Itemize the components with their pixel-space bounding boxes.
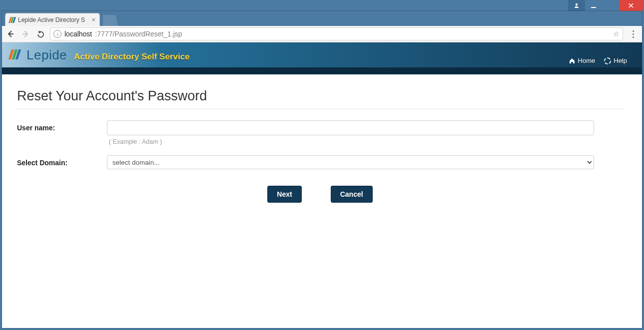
reload-button[interactable]	[36, 29, 45, 38]
domain-select[interactable]: select domain...	[107, 155, 594, 169]
dots-icon	[633, 30, 634, 32]
page-heading: Reset Your Account's Password	[17, 88, 623, 104]
brand-subtitle: Active Directory Self Service	[74, 52, 190, 62]
window-minimize-button[interactable]	[585, 0, 602, 11]
tab-favicon-icon	[9, 17, 15, 23]
url-host: localhost	[64, 30, 92, 38]
minimize-icon	[591, 2, 597, 8]
browser-menu-button[interactable]	[628, 30, 638, 38]
nav-help-link[interactable]: Help	[604, 57, 627, 64]
domain-label: Select Domain:	[17, 155, 107, 167]
url-path: :7777/PasswordReset_1.jsp	[95, 30, 182, 38]
tab-close-icon[interactable]: ×	[91, 16, 95, 23]
arrow-right-icon	[21, 29, 30, 38]
form-row-domain: Select Domain: select domain...	[17, 155, 623, 169]
username-label: User name:	[17, 120, 107, 132]
username-input[interactable]	[107, 120, 594, 135]
site-info-icon[interactable]: i	[53, 30, 61, 38]
nav-help-label: Help	[614, 57, 627, 64]
browser-toolbar: i localhost:7777/PasswordReset_1.jsp ☆	[2, 26, 642, 42]
forward-button[interactable]	[21, 29, 30, 38]
tab-title: Lepide Active Directory S	[18, 16, 88, 23]
nav-home-label: Home	[578, 57, 596, 64]
svg-rect-1	[591, 7, 596, 8]
window-titlebar	[0, 0, 644, 11]
next-button[interactable]: Next	[268, 186, 301, 202]
browser-tab[interactable]: Lepide Active Directory S ×	[5, 13, 100, 26]
home-icon	[569, 57, 576, 64]
cancel-button[interactable]: Cancel	[331, 186, 372, 202]
new-tab-button[interactable]	[103, 15, 118, 26]
browser-tabstrip: Lepide Active Directory S ×	[2, 11, 642, 26]
window-maximize-button[interactable]	[602, 0, 619, 11]
window-user-button[interactable]	[568, 0, 585, 11]
content: Reset Your Account's Password User name:…	[2, 74, 642, 202]
bookmark-star-icon[interactable]: ☆	[613, 29, 620, 38]
reload-icon	[36, 30, 45, 38]
arrow-left-icon	[6, 29, 15, 38]
brand: Lepide Active Directory Self Service	[10, 47, 190, 63]
user-icon	[574, 2, 580, 8]
username-hint: ( Example : Adam )	[107, 138, 623, 145]
brand-logo-icon	[10, 49, 19, 59]
app-header: Lepide Active Directory Self Service Hom…	[2, 42, 642, 67]
app-nav: Home Help	[569, 57, 627, 67]
browser-chrome: Lepide Active Directory S × i localhost:…	[2, 11, 642, 328]
close-icon	[628, 2, 634, 8]
page: Lepide Active Directory Self Service Hom…	[2, 42, 642, 328]
form-row-username: User name: ( Example : Adam )	[17, 120, 623, 145]
help-icon	[604, 57, 611, 64]
svg-point-0	[576, 3, 578, 5]
nav-home-link[interactable]: Home	[569, 57, 596, 64]
brand-name: Lepide	[26, 47, 67, 63]
back-button[interactable]	[6, 29, 15, 38]
window-close-button[interactable]	[619, 0, 643, 11]
app-nav-strip	[2, 67, 642, 74]
form-buttons: Next Cancel	[11, 186, 629, 202]
divider	[17, 109, 623, 109]
address-bar[interactable]: i localhost:7777/PasswordReset_1.jsp ☆	[50, 27, 623, 40]
